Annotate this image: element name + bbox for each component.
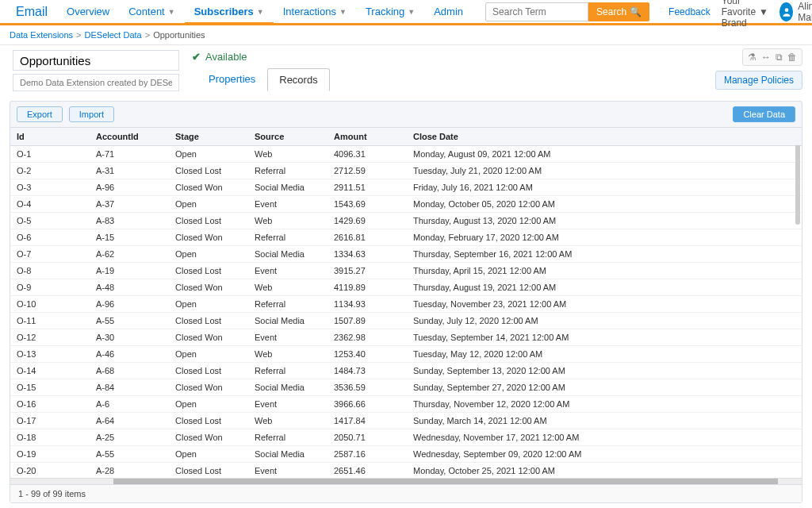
clear-data-button[interactable]: Clear Data	[733, 106, 795, 122]
horizontal-scrollbar[interactable]	[10, 478, 802, 484]
cell-amt: 2050.71	[327, 429, 407, 446]
table-row[interactable]: O-1A-71OpenWeb4096.31Monday, August 09, …	[10, 146, 802, 163]
table-row[interactable]: O-19A-55OpenSocial Media2587.16Wednesday…	[10, 446, 802, 463]
chevron-down-icon: ▼	[339, 8, 347, 16]
cell-stage: Closed Lost	[169, 463, 248, 479]
table-row[interactable]: O-9A-48Closed WonWeb4119.89Thursday, Aug…	[10, 279, 802, 296]
table-row[interactable]: O-4A-37OpenEvent1543.69Monday, October 0…	[10, 196, 802, 213]
cell-close: Sunday, September 13, 2020 12:00 AM	[407, 363, 802, 379]
cell-id: O-14	[10, 363, 90, 379]
col-id[interactable]: Id	[10, 128, 90, 146]
table-row[interactable]: O-18A-25Closed WonReferral2050.71Wednesd…	[10, 429, 802, 446]
cell-close: Tuesday, September 14, 2021 12:00 AM	[407, 329, 802, 346]
cell-id: O-16	[10, 396, 90, 413]
cell-close: Wednesday, November 17, 2021 12:00 AM	[407, 429, 802, 446]
cell-id: O-10	[10, 296, 90, 313]
cell-amt: 1253.40	[327, 346, 407, 363]
nav-overview[interactable]: Overview	[57, 0, 119, 23]
table-row[interactable]: O-12A-30Closed WonEvent2362.98Tuesday, S…	[10, 329, 802, 346]
cell-stage: Open	[169, 396, 248, 413]
col-stage[interactable]: Stage	[169, 128, 248, 146]
manage-policies-button[interactable]: Manage Policies	[715, 71, 802, 90]
cell-stage: Closed Won	[169, 379, 248, 396]
cell-close: Thursday, September 16, 2021 12:00 AM	[407, 246, 802, 263]
table-row[interactable]: O-17A-64Closed LostWeb1417.84Sunday, Mar…	[10, 413, 802, 429]
cell-stage: Closed Lost	[169, 363, 248, 379]
cell-amt: 2616.81	[327, 229, 407, 246]
table-row[interactable]: O-8A-19Closed LostEvent3915.27Thursday, …	[10, 263, 802, 279]
table-row[interactable]: O-7A-62OpenSocial Media1334.63Thursday, …	[10, 246, 802, 263]
cell-acc: A-15	[90, 229, 169, 246]
nav-content[interactable]: Content▼	[119, 0, 184, 23]
table-row[interactable]: O-14A-68Closed LostReferral1484.73Sunday…	[10, 363, 802, 379]
nav-subscribers[interactable]: Subscribers▼	[185, 2, 274, 25]
table-row[interactable]: O-20A-28Closed LostEvent2651.46Monday, O…	[10, 463, 802, 479]
table-row[interactable]: O-15A-84Closed WonSocial Media3536.59Sun…	[10, 379, 802, 396]
brand-switcher[interactable]: Your Favorite Brand▼	[722, 0, 768, 29]
search-input[interactable]	[485, 2, 588, 21]
transfer-icon[interactable]: ↔	[761, 52, 771, 63]
cell-src: Event	[248, 463, 327, 479]
cell-close: Tuesday, July 21, 2020 12:00 AM	[407, 163, 802, 179]
tab-records[interactable]: Records	[267, 68, 329, 91]
cell-src: Social Media	[248, 246, 327, 263]
cell-stage: Closed Won	[169, 229, 248, 246]
cell-src: Referral	[248, 229, 327, 246]
cell-id: O-17	[10, 413, 90, 429]
cell-src: Referral	[248, 296, 327, 313]
cell-acc: A-84	[90, 379, 169, 396]
table-row[interactable]: O-16A-6OpenEvent3966.66Thursday, Novembe…	[10, 396, 802, 413]
nav-tracking[interactable]: Tracking▼	[356, 0, 424, 23]
table-row[interactable]: O-2A-31Closed LostReferral2712.59Tuesday…	[10, 163, 802, 179]
breadcrumb-link[interactable]: Data Extensions	[10, 30, 73, 40]
breadcrumb-current: Opportunities	[153, 30, 205, 40]
trash-icon[interactable]: 🗑	[787, 52, 797, 63]
cell-id: O-3	[10, 179, 90, 196]
de-name-input[interactable]	[13, 50, 179, 71]
col-closedate[interactable]: Close Date	[407, 128, 802, 146]
export-button[interactable]: Export	[17, 106, 63, 122]
feedback-link[interactable]: Feedback	[668, 6, 710, 17]
cell-stage: Closed Won	[169, 329, 248, 346]
nav-admin[interactable]: Admin	[424, 0, 473, 23]
cell-stage: Open	[169, 146, 248, 163]
table-row[interactable]: O-6A-15Closed WonReferral2616.81Monday, …	[10, 229, 802, 246]
cell-amt: 1134.93	[327, 296, 407, 313]
cell-src: Event	[248, 396, 327, 413]
import-button[interactable]: Import	[69, 106, 114, 122]
table-row[interactable]: O-11A-55Closed LostSocial Media1507.89Su…	[10, 313, 802, 329]
col-amount[interactable]: Amount	[327, 128, 407, 146]
user-menu[interactable]: Alina Makarova▼	[779, 1, 812, 23]
de-desc-input[interactable]	[13, 74, 179, 91]
right-links: Feedback Your Favorite Brand▼ Alina Maka…	[668, 0, 812, 29]
cell-src: Event	[248, 329, 327, 346]
table-row[interactable]: O-10A-96OpenReferral1134.93Tuesday, Nove…	[10, 296, 802, 313]
table-row[interactable]: O-3A-96Closed WonSocial Media2911.51Frid…	[10, 179, 802, 196]
cell-id: O-7	[10, 246, 90, 263]
search-button[interactable]: Search🔍	[588, 2, 649, 21]
table-row[interactable]: O-5A-83Closed LostWeb1429.69Thursday, Au…	[10, 213, 802, 229]
cell-close: Thursday, April 15, 2021 12:00 AM	[407, 263, 802, 279]
copy-icon[interactable]: ⧉	[776, 52, 783, 63]
tab-properties[interactable]: Properties	[197, 67, 267, 90]
cell-id: O-9	[10, 279, 90, 296]
nav-interactions[interactable]: Interactions▼	[274, 0, 356, 23]
search-box: Search🔍	[485, 2, 649, 21]
cell-id: O-11	[10, 313, 90, 329]
filter-icon[interactable]: ⚗	[748, 52, 756, 63]
col-accountid[interactable]: AccountId	[90, 128, 169, 146]
nav-tabs: Overview Content▼ Subscribers▼ Interacti…	[57, 0, 473, 23]
table-scroll[interactable]: Id AccountId Stage Source Amount Close D…	[10, 127, 802, 478]
cell-acc: A-28	[90, 463, 169, 479]
cell-stage: Open	[169, 346, 248, 363]
col-source[interactable]: Source	[248, 128, 327, 146]
breadcrumb-link[interactable]: DESelect Data	[85, 30, 142, 40]
chevron-down-icon: ▼	[168, 8, 175, 16]
scrollbar-thumb[interactable]	[113, 479, 778, 484]
table-row[interactable]: O-13A-46OpenWeb1253.40Tuesday, May 12, 2…	[10, 346, 802, 363]
search-icon: 🔍	[630, 6, 642, 17]
cell-stage: Closed Won	[169, 429, 248, 446]
table-header-row: Id AccountId Stage Source Amount Close D…	[10, 128, 802, 146]
cell-stage: Closed Lost	[169, 413, 248, 429]
cell-src: Social Media	[248, 313, 327, 329]
